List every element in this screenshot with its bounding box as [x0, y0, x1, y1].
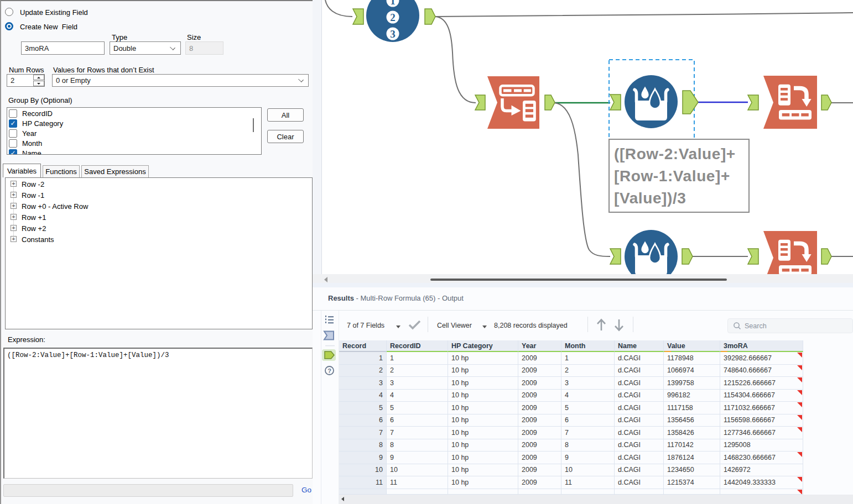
svg-text:3: 3	[390, 28, 396, 40]
svg-text:2: 2	[390, 12, 396, 23]
svg-text:[Row-1:Value]+: [Row-1:Value]+	[614, 167, 730, 185]
svg-text:[Value])/3: [Value])/3	[614, 190, 686, 207]
svg-text:?: ?	[327, 368, 331, 374]
svg-text:1: 1	[390, 0, 396, 7]
svg-text:([Row-2:Value]+: ([Row-2:Value]+	[614, 145, 736, 162]
